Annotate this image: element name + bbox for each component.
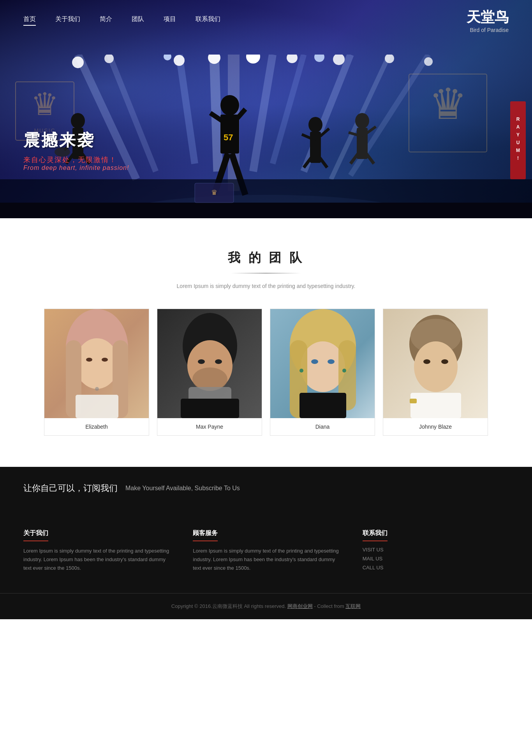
svg-text:M: M — [516, 148, 520, 153]
svg-point-96 — [423, 359, 430, 364]
team-img-diana — [270, 309, 375, 418]
svg-point-87 — [311, 359, 318, 364]
footer: 关于我们 Lorem Ipsum is simply dummy text of… — [0, 510, 532, 619]
hero-title: 震撼来袭 — [23, 129, 129, 151]
team-card-diana: Diana — [270, 309, 375, 436]
footer-copyright: Copyright © 2016.云南微蓝科技 All rights reser… — [171, 603, 286, 609]
svg-point-89 — [299, 369, 303, 373]
svg-text:♛: ♛ — [429, 80, 467, 128]
hero-subtitle-en: From deep heart, infinite passion! — [23, 164, 129, 171]
footer-col2-text: Lorem Ipsum is simply dummy text of the … — [193, 547, 339, 572]
footer-link-mail[interactable]: MAIL US — [363, 556, 509, 562]
svg-point-88 — [328, 359, 335, 364]
nav-project[interactable]: 项目 — [164, 15, 176, 26]
hero-subtitle-cn: 来自心灵深处，无限激情！ — [23, 155, 129, 164]
svg-point-28 — [71, 113, 85, 129]
team-name-maxpayne: Max Payne — [157, 418, 262, 435]
svg-text:57: 57 — [224, 132, 233, 142]
footer-col3-title: 联系我们 — [363, 529, 388, 541]
footer-link-internet[interactable]: 互联网 — [345, 603, 361, 609]
footer-copyright-middle: - Collect from — [314, 603, 345, 609]
team-img-johnny — [383, 309, 488, 418]
svg-point-67 — [76, 338, 118, 389]
subscribe-text-en: Make Yourself Available, Subscribe To Us — [125, 485, 240, 492]
footer-link-visit[interactable]: VISIT US — [363, 547, 509, 553]
nav-about[interactable]: 关于我们 — [55, 15, 80, 26]
svg-point-84 — [301, 341, 345, 392]
team-grid: Elizabeth — [23, 309, 509, 436]
nav-intro[interactable]: 简介 — [100, 15, 112, 26]
svg-point-71 — [102, 358, 108, 362]
svg-rect-79 — [181, 399, 239, 418]
svg-rect-55 — [0, 203, 532, 218]
svg-point-42 — [308, 117, 322, 132]
nav-team[interactable]: 团队 — [132, 15, 144, 26]
footer-col-service: 顾客服务 Lorem Ipsum is simply dummy text of… — [193, 529, 339, 574]
svg-point-13 — [174, 55, 185, 66]
svg-text:A: A — [516, 124, 520, 130]
footer-grid: 关于我们 Lorem Ipsum is simply dummy text of… — [23, 529, 509, 593]
team-name-elizabeth: Elizabeth — [44, 418, 149, 435]
svg-text:♛: ♛ — [211, 189, 217, 196]
subscribe-text-cn: 让你自己可以，订阅我们 — [23, 482, 118, 494]
svg-rect-91 — [299, 393, 346, 418]
nav-contact[interactable]: 联系我们 — [196, 15, 220, 26]
logo-english: Bird of Paradise — [467, 27, 509, 33]
svg-point-70 — [86, 358, 92, 362]
site-logo: 天堂鸟 Bird of Paradise — [467, 8, 509, 33]
svg-rect-98 — [410, 393, 461, 418]
footer-col2-title: 顾客服务 — [193, 529, 218, 541]
team-section-desc: Lorem Ipsum is simply dummy text of the … — [23, 283, 509, 289]
footer-link-web[interactable]: 网商创业网 — [287, 603, 313, 609]
team-img-maxpayne — [157, 309, 262, 418]
nav-home[interactable]: 首页 — [23, 15, 36, 26]
header: 首页 关于我们 简介 团队 项目 联系我们 天堂鸟 Bird of Paradi… — [0, 0, 532, 41]
svg-point-11 — [72, 57, 84, 68]
svg-point-80 — [198, 359, 205, 364]
team-card-johnny: Johnny Blaze — [383, 309, 488, 436]
team-name-johnny: Johnny Blaze — [383, 418, 488, 435]
svg-point-72 — [95, 387, 99, 391]
svg-text:U: U — [516, 140, 520, 145]
svg-point-19 — [424, 57, 433, 66]
svg-point-90 — [342, 369, 346, 373]
svg-text:R: R — [516, 117, 520, 122]
footer-col1-text: Lorem Ipsum is simply dummy text of the … — [23, 547, 169, 572]
svg-rect-73 — [76, 395, 118, 418]
footer-col1-title: 关于我们 — [23, 529, 48, 541]
svg-point-48 — [355, 113, 369, 129]
svg-text:♛: ♛ — [31, 87, 59, 122]
footer-bottom: Copyright © 2016.云南微蓝科技 All rights reser… — [23, 593, 509, 619]
svg-rect-99 — [410, 399, 417, 403]
section-divider — [231, 273, 301, 274]
team-img-elizabeth — [44, 309, 149, 418]
hero-content: 震撼来袭 来自心灵深处，无限激情！ From deep heart, infin… — [23, 129, 129, 171]
svg-point-95 — [414, 341, 458, 392]
team-name-diana: Diana — [270, 418, 375, 435]
main-nav: 首页 关于我们 简介 团队 项目 联系我们 — [23, 15, 467, 26]
svg-line-4 — [214, 55, 218, 171]
footer-col-about: 关于我们 Lorem Ipsum is simply dummy text of… — [23, 529, 169, 574]
logo-chinese: 天堂鸟 — [467, 8, 509, 27]
svg-point-97 — [441, 359, 448, 364]
footer-col-contact: 联系我们 VISIT US MAIL US CALL US — [363, 529, 509, 574]
team-section-title: 我 的 团 队 — [23, 249, 509, 267]
subscribe-section: 让你自己可以，订阅我们 Make Yourself Available, Sub… — [0, 467, 532, 510]
svg-text:!: ! — [517, 155, 519, 161]
svg-point-35 — [220, 95, 239, 115]
svg-text:Y: Y — [516, 132, 520, 138]
team-card-elizabeth: Elizabeth — [44, 309, 149, 436]
footer-link-call[interactable]: CALL US — [363, 565, 509, 571]
team-section: 我 的 团 队 Lorem Ipsum is simply dummy text… — [0, 218, 532, 467]
team-card-maxpayne: Max Payne — [157, 309, 262, 436]
svg-point-81 — [215, 359, 222, 364]
